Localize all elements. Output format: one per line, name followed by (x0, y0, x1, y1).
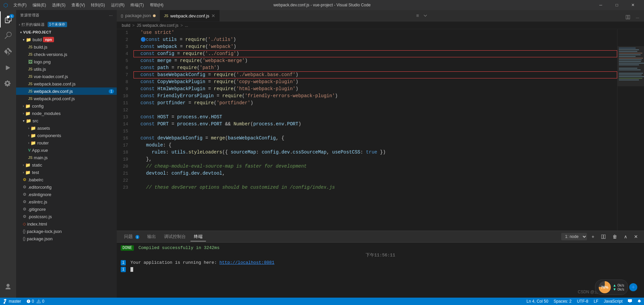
split-terminal-button[interactable] (599, 233, 608, 240)
tree-item-index-html[interactable]: ◇ index.html (16, 220, 117, 228)
line-content-5: const merge = require('webpack-merge') (133, 57, 617, 64)
line-num-4: 4 (117, 50, 133, 57)
activity-search[interactable] (0, 27, 16, 44)
status-ln-col[interactable]: Ln 4, Col 50 (524, 299, 551, 304)
kill-terminal-button[interactable]: 🗑 (610, 233, 619, 240)
tree-item-static[interactable]: › 📁 static (16, 161, 117, 169)
ln-col-text: Ln 4, Col 50 (527, 299, 548, 304)
tab-more-button[interactable] (411, 10, 432, 21)
terminal-content[interactable]: DONE Compiled successfully in 3242ms 下午1… (117, 243, 644, 298)
tab-close-icon[interactable]: ✕ (211, 13, 215, 18)
menu-file[interactable]: 文件(F) (11, 2, 29, 9)
tree-item-build[interactable]: ▾ 📁 build npn (16, 36, 117, 43)
tree-item-test[interactable]: › 📁 test (16, 169, 117, 176)
activity-extensions[interactable] (0, 76, 16, 92)
tree-item-main-js[interactable]: JS main.js (16, 154, 117, 161)
activity-explorer[interactable]: 1 (0, 11, 16, 27)
tree-item-webpack-base[interactable]: JS webpack.base.conf.js (16, 80, 117, 87)
add-terminal-button[interactable]: + (590, 233, 596, 240)
tab-package-json[interactable]: {} package.json (117, 10, 160, 21)
code-line-5: 5 const merge = require('webpack-merge') (117, 57, 617, 64)
js-tab-icon: JS (164, 14, 168, 18)
tree-item-editorconfig[interactable]: ⚙ .editorconfig (16, 183, 117, 191)
menu-help[interactable]: 帮助(H) (147, 2, 166, 9)
panel-tab-problems[interactable]: 问题 1 (121, 232, 143, 241)
tree-item-check-versions[interactable]: JS check-versions.js (16, 51, 117, 58)
status-branch[interactable]: master (0, 298, 24, 305)
tree-item-eslintignore[interactable]: ⚙ .eslintignore (16, 191, 117, 198)
minimap-content (618, 29, 644, 231)
menu-view[interactable]: 查看(V) (69, 2, 88, 9)
run-url[interactable]: http://localhost:8081 (219, 260, 274, 265)
activity-git[interactable] (0, 44, 16, 60)
maximize-panel-button[interactable]: ∧ (622, 233, 629, 240)
compile-msg: Compiled successfully in 3242ms (139, 245, 220, 250)
maximize-button[interactable]: □ (609, 0, 625, 10)
breadcrumb-file[interactable]: JS webpack.dev.conf.js (137, 23, 178, 28)
menu-select[interactable]: 选择(S) (49, 2, 68, 9)
terminal-select[interactable]: 1: node (561, 233, 587, 240)
svg-rect-19 (618, 46, 644, 86)
add-widget-button[interactable]: + (629, 283, 637, 291)
activity-run[interactable] (0, 60, 16, 76)
tree-item-app-vue[interactable]: V App.vue (16, 146, 117, 154)
panel-tab-debug[interactable]: 调试控制台 (161, 232, 189, 241)
close-panel-button[interactable]: ✕ (632, 233, 640, 240)
panel-tab-output[interactable]: 输出 (144, 232, 159, 241)
menu-bar: 文件(F) 编辑(E) 选择(S) 查看(V) 转到(G) 运行(R) 终端(T… (11, 2, 166, 9)
tree-item-postcssrc[interactable]: ⚙ .postcssrc.js (16, 213, 117, 220)
line-num-18: 18 (117, 149, 133, 156)
status-errors[interactable]: 0 0 (24, 298, 47, 305)
tree-item-package-json[interactable]: {} package.json (16, 235, 117, 242)
project-root[interactable]: ▾ VUE-PROJECT (16, 28, 117, 36)
status-encoding[interactable]: UTF-8 (574, 299, 591, 304)
status-language[interactable]: JavaScript (601, 299, 625, 304)
tree-item-package-lock[interactable]: {} package-lock.json (16, 228, 117, 235)
tree-item-config[interactable]: › 📁 config (16, 102, 117, 110)
tree-item-node-modules[interactable]: › 📁 node_modules (16, 110, 117, 117)
sidebar-more-icon[interactable]: ··· (109, 13, 113, 17)
status-eol[interactable]: LF (591, 299, 601, 304)
tree-item-logo[interactable]: 🖼 logo.png (16, 58, 117, 65)
tree-item-webpack-prod[interactable]: JS webpack.prod.conf.js (16, 95, 117, 102)
file-editorconfig: .editorconfig (28, 185, 52, 190)
code-editor[interactable]: 1 'use strict' 2 🔵const utils = require(… (117, 29, 617, 231)
sidebar: 资源管理器 ··· › 打开的编辑器 1个未保存 ▾ VUE-PROJECT ▾… (16, 10, 117, 298)
menu-edit[interactable]: 编辑(E) (30, 2, 49, 9)
status-spaces[interactable]: Spaces: 2 (551, 299, 574, 304)
terminal-cursor-line: i (121, 266, 640, 273)
panel-tab-terminal[interactable]: 终端 (191, 232, 206, 241)
activity-account[interactable] (0, 279, 16, 295)
open-editors-section[interactable]: › 打开的编辑器 1个未保存 (16, 20, 117, 28)
tree-item-router[interactable]: › 📁 router (16, 139, 117, 146)
tree-item-components[interactable]: › 📁 components (16, 132, 117, 139)
line-num-16: 16 (117, 135, 133, 142)
status-bell[interactable] (635, 299, 644, 303)
tree-item-build-js[interactable]: JS build.js (16, 43, 117, 51)
menu-goto[interactable]: 转到(G) (88, 2, 107, 9)
breadcrumb-build[interactable]: build (122, 23, 130, 28)
tab-webpack-dev[interactable]: JS webpack.dev.conf.js ✕ (160, 10, 220, 21)
branch-name: master (9, 299, 21, 304)
tree-item-webpack-dev[interactable]: JS webpack.dev.conf.js 1 (16, 87, 117, 95)
close-button[interactable]: ✕ (625, 0, 641, 10)
menu-run[interactable]: 运行(R) (108, 2, 127, 9)
tree-item-utils[interactable]: JS utils.js (16, 65, 117, 73)
tree-item-gitignore[interactable]: ⚙ .gitignore (16, 205, 117, 213)
status-feedback[interactable] (625, 299, 635, 303)
tree-item-vue-loader[interactable]: JS vue-loader.conf.js (16, 73, 117, 80)
tree-arrow-assets-icon: › (28, 126, 29, 130)
status-bar: master 0 0 Ln 4, Col 50 Spaces: 2 UTF-8 … (0, 298, 644, 305)
tree-item-assets[interactable]: › 📁 assets (16, 124, 117, 132)
split-editor-button[interactable] (624, 14, 632, 21)
breadcrumb-symbol[interactable]: ... (185, 23, 188, 28)
menu-terminal[interactable]: 终端(T) (128, 2, 146, 9)
tree-item-src[interactable]: ▾ 📁 src (16, 117, 117, 124)
line-content-2: 🔵const utils = require('./utils') (133, 36, 617, 43)
tree-item-eslintrc[interactable]: ⚙ .eslintrc.js (16, 198, 117, 205)
js-icon: JS (28, 45, 33, 49)
minimize-button[interactable]: ─ (593, 0, 608, 10)
json-icon: {} (23, 236, 25, 241)
more-editor-button[interactable]: ··· (634, 14, 641, 21)
tree-item-babelrc[interactable]: ⚙ .babelrc (16, 176, 117, 183)
